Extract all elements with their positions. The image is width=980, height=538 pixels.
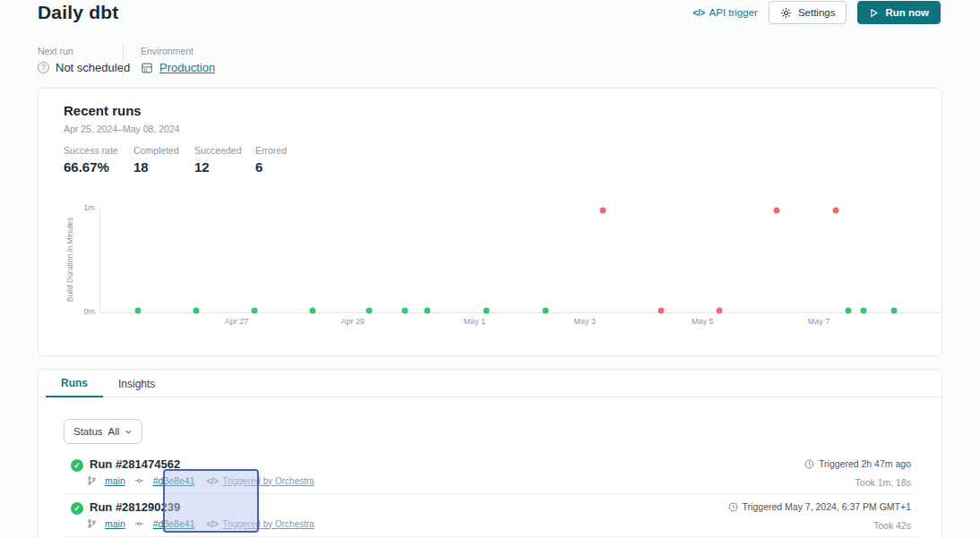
run-triggered-time: Triggered 2h 47m ago xyxy=(804,458,911,469)
run-data-point-success[interactable] xyxy=(366,307,373,313)
git-branch-icon xyxy=(87,475,97,486)
chevron-down-icon xyxy=(125,428,133,436)
recent-runs-card: Recent runs Apr 25, 2024–May 08, 2024 Su… xyxy=(38,88,942,356)
commit-icon xyxy=(133,476,145,485)
stat-success-rate: Success rate 66.67% xyxy=(64,145,118,175)
run-data-point-success[interactable] xyxy=(251,307,257,313)
run-data-point-error[interactable] xyxy=(773,207,779,213)
next-run-label: Next run xyxy=(38,46,73,56)
job-detail-page: Daily dbt </> API trigger Settings Run n… xyxy=(0,0,980,538)
run-data-point-success[interactable] xyxy=(135,307,142,313)
tab-insights[interactable]: Insights xyxy=(103,370,170,397)
triggered-text: Triggered 2h 47m ago xyxy=(819,458,911,469)
run-data-point-success[interactable] xyxy=(309,307,315,313)
run-duration: Took 42s xyxy=(873,520,911,531)
tab-runs[interactable]: Runs xyxy=(46,370,103,397)
run-data-point-success[interactable] xyxy=(484,307,490,313)
commit-icon xyxy=(133,519,145,528)
run-data-point-error[interactable] xyxy=(717,307,723,313)
meta-divider xyxy=(123,44,124,77)
chart-y-axis-label: Build Duration in Minutes xyxy=(65,218,74,303)
y-tick-label: 0m xyxy=(83,307,95,316)
x-tick-label: Apr 27 xyxy=(225,317,249,326)
environment-value: Production xyxy=(141,61,215,74)
stat-value: 18 xyxy=(133,159,179,175)
stat-label: Succeeded xyxy=(194,145,242,156)
x-tick-label: May 1 xyxy=(464,317,486,326)
stat-label: Completed xyxy=(133,145,179,156)
x-tick-label: May 3 xyxy=(574,317,597,326)
status-filter-value: All xyxy=(108,426,120,437)
tab-row: Runs Insights xyxy=(39,370,941,397)
run-now-label: Run now xyxy=(885,7,929,18)
run-data-point-success[interactable] xyxy=(845,307,851,313)
run-duration: Took 1m, 18s xyxy=(855,477,911,488)
recent-runs-title: Recent runs xyxy=(64,103,142,118)
success-check-icon: ✓ xyxy=(71,459,83,472)
play-icon xyxy=(869,8,879,18)
stat-completed: Completed 18 xyxy=(133,145,179,175)
annotation-highlight-box xyxy=(163,469,259,533)
runs-card: Runs Insights Status All ✓ Run #28147456… xyxy=(38,369,942,538)
y-tick-label: 1m xyxy=(83,203,95,212)
environment-label: Environment xyxy=(141,46,193,56)
status-filter-dropdown[interactable]: Status All xyxy=(64,419,142,444)
recent-runs-date-range: Apr 25, 2024–May 08, 2024 xyxy=(64,124,180,134)
gear-icon xyxy=(780,7,792,19)
clock-icon xyxy=(728,502,738,512)
help-icon: ? xyxy=(38,62,49,73)
stat-errored: Errored 6 xyxy=(255,145,287,175)
success-check-icon: ✓ xyxy=(71,502,83,515)
run-data-point-success[interactable] xyxy=(860,307,866,313)
stat-value: 6 xyxy=(255,159,287,175)
page-title: Daily dbt xyxy=(38,2,118,23)
code-icon: </> xyxy=(693,8,705,18)
next-run-value: ? Not scheduled xyxy=(38,61,130,74)
run-data-point-error[interactable] xyxy=(658,307,665,313)
status-filter-label: Status xyxy=(73,426,103,437)
settings-button[interactable]: Settings xyxy=(769,1,847,24)
x-tick-label: May 5 xyxy=(692,317,714,326)
run-data-point-error[interactable] xyxy=(832,207,838,213)
api-trigger-link[interactable]: </> API trigger xyxy=(693,7,758,18)
branch-link[interactable]: main xyxy=(105,475,125,486)
environment-link[interactable]: Production xyxy=(159,61,215,74)
next-run-text: Not scheduled xyxy=(56,61,130,74)
run-data-point-success[interactable] xyxy=(401,307,408,313)
run-data-point-success[interactable] xyxy=(193,307,200,313)
chart-plot: 1m 0m Apr 27Apr 29May 1May 3May 5May 7 xyxy=(99,207,941,313)
run-data-point-success[interactable] xyxy=(542,307,548,313)
environment-icon xyxy=(141,62,153,74)
run-triggered-time: Triggered May 7, 2024, 6:37 PM GMT+1 xyxy=(728,501,911,512)
header-actions: </> API trigger Settings Run now xyxy=(693,1,941,24)
stat-label: Success rate xyxy=(64,145,118,156)
stat-label: Errored xyxy=(255,145,287,156)
git-branch-icon xyxy=(87,518,97,529)
x-tick-label: Apr 29 xyxy=(340,317,365,326)
branch-link[interactable]: main xyxy=(105,518,125,529)
clock-icon xyxy=(804,459,814,469)
stat-value: 66.67% xyxy=(64,159,118,175)
stat-value: 12 xyxy=(194,159,242,175)
run-data-point-error[interactable] xyxy=(599,207,606,213)
run-data-point-success[interactable] xyxy=(891,307,898,313)
settings-label: Settings xyxy=(798,7,836,18)
api-trigger-label: API trigger xyxy=(709,7,758,18)
x-tick-label: May 7 xyxy=(808,317,830,326)
stat-succeeded: Succeeded 12 xyxy=(194,145,242,175)
triggered-text: Triggered May 7, 2024, 6:37 PM GMT+1 xyxy=(743,501,911,512)
run-now-button[interactable]: Run now xyxy=(857,1,941,24)
run-data-point-success[interactable] xyxy=(425,307,431,313)
